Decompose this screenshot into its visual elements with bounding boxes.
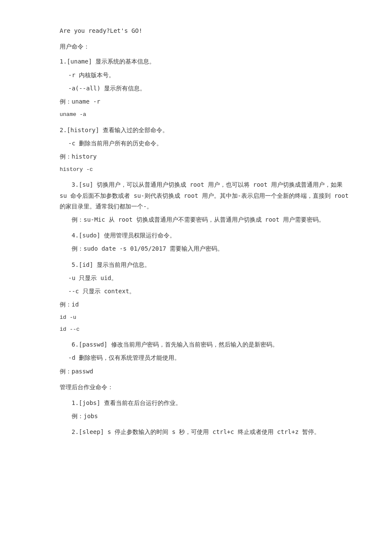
jobs-example-label: 例：jobs <box>60 411 349 422</box>
id-section: 5.[id] 显示当前用户信息。 -u 只显示 uid。 --c 只显示 con… <box>60 260 349 335</box>
uname-option-a: -a(--all) 显示所有信息。 <box>68 83 349 94</box>
id-example-label: 例：id <box>60 299 349 310</box>
history-example-1: history -c <box>60 165 349 174</box>
history-option-c: -c 删除当前用户所有的历史命令。 <box>68 138 349 149</box>
passwd-option-d: -d 删除密码，仅有系统管理员才能使用。 <box>68 353 349 363</box>
user-commands-title: 用户命令： <box>60 41 349 52</box>
id-option-u: -u 只显示 uid。 <box>68 273 349 283</box>
uname-example-1: uname -a <box>60 110 349 119</box>
sudo-title: 4.[sudo] 使用管理员权限运行命令。 <box>60 230 349 241</box>
jobs-section: 1.[jobs] 查看当前在后台运行的作业。 例：jobs <box>60 398 349 422</box>
id-example-1: id -u <box>60 312 349 322</box>
user-commands-section: 用户命令： 1.[uname] 显示系统的基本信息。 -r 内核版本号。 -a(… <box>60 41 349 437</box>
sleep-title: 2.[sleep] s 停止参数输入的时间 s 秒，可使用 ctrl+c 终止或… <box>60 427 349 437</box>
jobs-title: 1.[jobs] 查看当前在后台运行的作业。 <box>60 398 349 408</box>
history-example-label: 例：history <box>60 151 349 162</box>
intro-section: Are you ready?Let's GO! <box>60 26 349 36</box>
uname-title: 1.[uname] 显示系统的基本信息。 <box>60 56 349 67</box>
main-content: Are you ready?Let's GO! 用户命令： 1.[uname] … <box>60 26 349 437</box>
su-title: 3.[su] 切换用户，可以从普通用户切换成 root 用户，也可以将 root… <box>60 179 349 212</box>
sudo-example-label: 例：sudo date -s 01/05/2017 需要输入用户密码。 <box>60 243 349 254</box>
uname-section: 1.[uname] 显示系统的基本信息。 -r 内核版本号。 -a(--all)… <box>60 56 349 119</box>
history-title: 2.[history] 查看输入过的全部命令。 <box>60 125 349 136</box>
sleep-section: 2.[sleep] s 停止参数输入的时间 s 秒，可使用 ctrl+c 终止或… <box>60 427 349 437</box>
id-option-c: --c 只显示 context。 <box>68 286 349 297</box>
intro-text: Are you ready?Let's GO! <box>60 26 349 36</box>
id-title: 5.[id] 显示当前用户信息。 <box>60 260 349 270</box>
history-section: 2.[history] 查看输入过的全部命令。 -c 删除当前用户所有的历史命令… <box>60 125 349 175</box>
sudo-section: 4.[sudo] 使用管理员权限运行命令。 例：sudo date -s 01/… <box>60 230 349 254</box>
id-example-2: id --c <box>60 324 349 334</box>
passwd-title: 6.[passwd] 修改当前用户密码，首先输入当前密码，然后输入的是新密码。 <box>60 339 349 350</box>
uname-example-label: 例：uname -r <box>60 96 349 107</box>
su-section: 3.[su] 切换用户，可以从普通用户切换成 root 用户，也可以将 root… <box>60 179 349 225</box>
uname-option-r: -r 内核版本号。 <box>68 70 349 81</box>
passwd-example-label: 例：passwd <box>60 366 349 377</box>
passwd-section: 6.[passwd] 修改当前用户密码，首先输入当前密码，然后输入的是新密码。 … <box>60 339 349 377</box>
su-example-label: 例：su-Mic 从 root 切换成普通用户不需要密码，从普通用户切换成 ro… <box>60 214 349 225</box>
backend-title: 管理后台作业命令： <box>60 382 349 393</box>
backend-title-section: 管理后台作业命令： <box>60 382 349 393</box>
